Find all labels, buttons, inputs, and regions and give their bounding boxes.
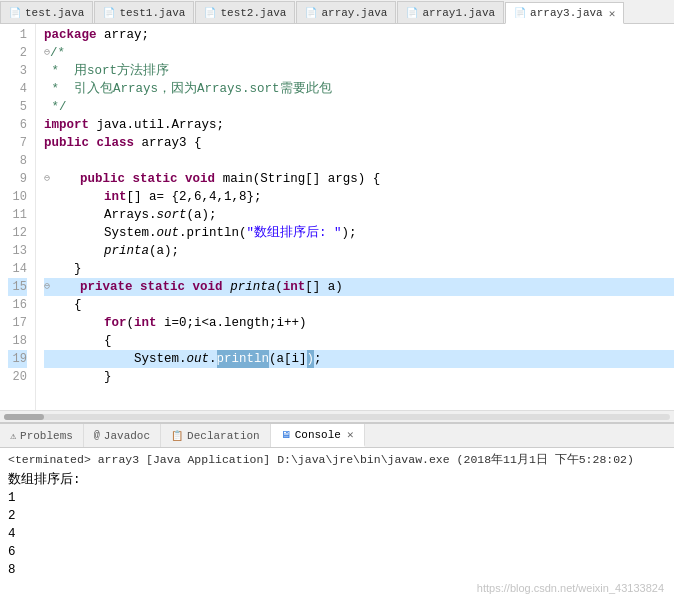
panel-tab-declaration-label: Declaration (187, 430, 260, 442)
java-file-icon: 📄 (9, 7, 21, 19)
code-line-9: ⊖ public static void main(String[] args)… (44, 170, 674, 188)
console-terminated-line: <terminated> array3 [Java Application] D… (8, 452, 666, 467)
tab-test[interactable]: 📄 test.java (0, 1, 93, 23)
console-output-line-1: 数组排序后: (8, 471, 666, 489)
panel-tab-problems[interactable]: ⚠ Problems (0, 424, 84, 447)
panel-tab-bar: ⚠ Problems @ Javadoc 📋 Declaration 🖥 Con… (0, 424, 674, 448)
panel-tab-console-label: Console (295, 429, 341, 441)
code-line-14: } (44, 260, 674, 278)
console-close-icon[interactable]: ✕ (347, 428, 354, 441)
code-line-13: printa(a); (44, 242, 674, 260)
declaration-icon: 📋 (171, 430, 183, 442)
tab-bar: 📄 test.java 📄 test1.java 📄 test2.java 📄 … (0, 0, 674, 24)
javadoc-icon: @ (94, 430, 100, 441)
problems-icon: ⚠ (10, 430, 16, 442)
code-content[interactable]: package array; ⊖/* * 用sort方法排序 * 引入包Arra… (36, 24, 674, 410)
console-output-line-6: 8 (8, 561, 666, 579)
code-line-20: } (44, 368, 674, 386)
tab-array[interactable]: 📄 array.java (296, 1, 396, 23)
line-numbers: 1 2 3 4 5 6 7 8 9 10 11 12 13 14 15 16 1… (0, 24, 36, 410)
bottom-panel: ⚠ Problems @ Javadoc 📋 Declaration 🖥 Con… (0, 422, 674, 600)
console-output-line-3: 2 (8, 507, 666, 525)
code-line-15: ⊖ private static void printa(int[] a) (44, 278, 674, 296)
scrollbar-thumb[interactable] (4, 414, 44, 420)
code-line-2: ⊖/* (44, 44, 674, 62)
code-line-3: * 用sort方法排序 (44, 62, 674, 80)
panel-tab-declaration[interactable]: 📋 Declaration (161, 424, 271, 447)
code-line-11: Arrays.sort(a); (44, 206, 674, 224)
tab-test2-label: test2.java (220, 7, 286, 19)
code-line-8 (44, 152, 674, 170)
java-file-icon: 📄 (514, 7, 526, 19)
code-line-7: public class array3 { (44, 134, 674, 152)
panel-tab-console[interactable]: 🖥 Console ✕ (271, 424, 365, 447)
editor-horizontal-scrollbar[interactable] (0, 410, 674, 422)
code-editor: 1 2 3 4 5 6 7 8 9 10 11 12 13 14 15 16 1… (0, 24, 674, 422)
tab-array1-label: array1.java (422, 7, 495, 19)
code-line-6: import java.util.Arrays; (44, 116, 674, 134)
java-file-icon: 📄 (305, 7, 317, 19)
console-output-line-5: 6 (8, 543, 666, 561)
tab-close-icon[interactable]: ✕ (609, 7, 616, 20)
tab-test2[interactable]: 📄 test2.java (195, 1, 295, 23)
scrollbar-track[interactable] (4, 414, 670, 420)
panel-tab-javadoc-label: Javadoc (104, 430, 150, 442)
watermark: https://blog.csdn.net/weixin_43133824 (477, 582, 664, 594)
code-line-17: for(int i=0;i<a.length;i++) (44, 314, 674, 332)
console-output-line-2: 1 (8, 489, 666, 507)
console-output: 数组排序后: 1 2 4 6 8 (8, 471, 666, 579)
panel-tab-problems-label: Problems (20, 430, 73, 442)
code-line-1: package array; (44, 26, 674, 44)
java-file-icon: 📄 (406, 7, 418, 19)
code-line-18: { (44, 332, 674, 350)
java-file-icon: 📄 (204, 7, 216, 19)
java-file-icon: 📄 (103, 7, 115, 19)
tab-test1[interactable]: 📄 test1.java (94, 1, 194, 23)
code-line-4: * 引入包Arrays，因为Arrays.sort需要此包 (44, 80, 674, 98)
code-line-16: { (44, 296, 674, 314)
code-line-10: int[] a= {2,6,4,1,8}; (44, 188, 674, 206)
tab-test1-label: test1.java (119, 7, 185, 19)
tab-array-label: array.java (321, 7, 387, 19)
console-content: <terminated> array3 [Java Application] D… (0, 448, 674, 600)
code-line-5: */ (44, 98, 674, 116)
code-line-19: System.out.println(a[i]); (44, 350, 674, 368)
console-output-line-4: 4 (8, 525, 666, 543)
tab-array3[interactable]: 📄 array3.java ✕ (505, 2, 624, 24)
panel-tab-javadoc[interactable]: @ Javadoc (84, 424, 161, 447)
tab-test-label: test.java (25, 7, 84, 19)
console-icon: 🖥 (281, 429, 291, 441)
tab-array1[interactable]: 📄 array1.java (397, 1, 504, 23)
code-line-12: System.out.println("数组排序后: "); (44, 224, 674, 242)
tab-array3-label: array3.java (530, 7, 603, 19)
